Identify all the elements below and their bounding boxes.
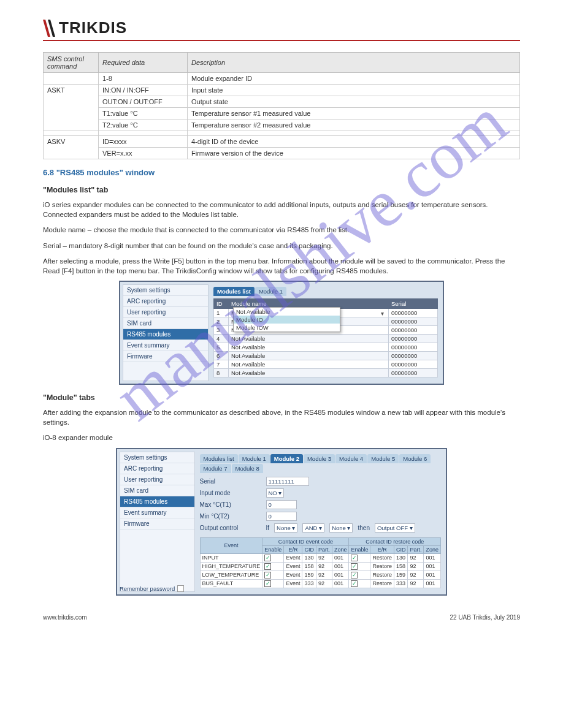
checkbox-icon[interactable]: ✓ <box>351 563 358 570</box>
brand-logo: TRIKDIS <box>43 18 520 37</box>
sidebar-item-event[interactable]: Event summary <box>120 507 194 518</box>
tab-modules-list-2[interactable]: Modules list <box>200 454 238 463</box>
checkbox-icon[interactable]: ✓ <box>264 580 271 587</box>
checkbox-icon[interactable]: ✓ <box>351 555 358 561</box>
serial-input[interactable]: 11111111 <box>266 477 309 486</box>
sidebar-item-user[interactable]: User reporting <box>123 307 208 318</box>
p1: iO series expander modules can be connec… <box>43 200 520 219</box>
sidebar-item-sim[interactable]: SIM card <box>120 485 194 496</box>
action-select[interactable]: Output OFF ▾ <box>375 523 415 533</box>
event-table: Event Contact ID event code Contact ID r… <box>200 537 442 588</box>
subsection-module-tabs: "Module" tabs <box>43 393 520 402</box>
col-header-data: Required data <box>99 53 188 73</box>
tab-module1-2[interactable]: Module 1 <box>239 454 270 463</box>
sidebar-item-user[interactable]: User reporting <box>120 474 194 485</box>
logo-icon <box>43 20 56 37</box>
p5: After adding the expansion module to the… <box>43 408 520 427</box>
p3: Serial – mandatory 8-digit number that c… <box>43 241 520 251</box>
op-select[interactable]: AND ▾ <box>302 523 324 533</box>
chevron-down-icon: ▾ <box>381 310 387 316</box>
sidebar: System settings ARC reporting User repor… <box>123 284 209 381</box>
module-dropdown[interactable]: Not Available Module IO Module IOW <box>233 307 340 332</box>
sidebar2: System settings ARC reporting User repor… <box>120 452 195 592</box>
brand-name: TRIKDIS <box>59 18 127 37</box>
cond2-select[interactable]: None ▾ <box>329 523 353 533</box>
sidebar-item-sim[interactable]: SIM card <box>123 318 208 329</box>
tab-module8-2[interactable]: Module 8 <box>232 464 263 473</box>
sidebar-item-firmware[interactable]: Firmware <box>120 518 194 529</box>
cond1-select[interactable]: None ▾ <box>274 523 297 533</box>
sms-table: SMS control command Required data Descri… <box>43 52 520 159</box>
section-heading-rs485: 6.8 "RS485 modules" window <box>43 168 520 177</box>
checkbox-icon[interactable]: ✓ <box>264 563 271 570</box>
checkbox-icon[interactable]: ✓ <box>264 555 271 561</box>
header-divider <box>43 40 520 41</box>
pane: Modules list Module 1 ID Module name Ser… <box>209 284 440 381</box>
tab-module6-2[interactable]: Module 6 <box>399 454 431 463</box>
sidebar-item-arc[interactable]: ARC reporting <box>120 463 194 474</box>
sidebar-item-system[interactable]: System settings <box>120 452 194 463</box>
sidebar-item-arc[interactable]: ARC reporting <box>123 296 208 307</box>
pane2: Modules list Module 1 Module 2 Module 3 … <box>195 452 444 592</box>
footer-right: 22 UAB Trikdis, July 2019 <box>450 614 521 621</box>
tab-module3-2[interactable]: Module 3 <box>304 454 335 463</box>
input-mode-select[interactable]: NO ▾ <box>266 488 285 498</box>
sidebar-item-firmware[interactable]: Firmware <box>123 351 208 362</box>
sidebar-item-event[interactable]: Event summary <box>123 340 208 351</box>
tab-module5-2[interactable]: Module 5 <box>367 454 399 463</box>
p6: iO-8 expander module <box>43 433 520 443</box>
p4: After selecting a module, press the Writ… <box>43 257 520 276</box>
th-id: ID <box>214 299 229 309</box>
tab-module4-2[interactable]: Module 4 <box>335 454 367 463</box>
remember-password[interactable]: Remember password <box>120 585 184 592</box>
col-header-command: SMS control command <box>44 53 99 73</box>
checkbox-icon[interactable]: ✓ <box>264 572 271 578</box>
checkbox-icon[interactable]: ✓ <box>351 572 358 578</box>
footer: www.trikdis.com 22 UAB Trikdis, July 201… <box>43 614 520 621</box>
checkbox-icon[interactable]: ✓ <box>351 580 358 587</box>
tab-module2-2[interactable]: Module 2 <box>270 454 303 463</box>
tab-module1[interactable]: Module 1 <box>255 287 286 296</box>
tab-module7-2[interactable]: Module 7 <box>200 464 231 473</box>
sidebar-item-system[interactable]: System settings <box>123 285 208 296</box>
tab-modules-list[interactable]: Modules list <box>213 287 255 296</box>
th-serial: Serial <box>389 299 438 309</box>
sidebar-item-rs485[interactable]: RS485 modules <box>120 496 194 507</box>
checkbox-icon[interactable] <box>177 585 184 592</box>
dropdown-item-io[interactable]: Module IO <box>234 316 340 324</box>
dropdown-item-na[interactable]: Not Available <box>234 308 340 316</box>
max-input[interactable]: 0 <box>266 500 297 509</box>
sidebar-item-rs485[interactable]: RS485 modules <box>123 329 208 340</box>
dropdown-item-iow[interactable]: Module IOW <box>234 324 340 332</box>
min-input[interactable]: 0 <box>266 512 297 521</box>
footer-left: www.trikdis.com <box>43 614 87 621</box>
col-header-description: Description <box>188 53 520 73</box>
screenshot-module2: System settings ARC reporting User repor… <box>116 448 447 596</box>
p2: Module name – choose the module that is … <box>43 226 520 235</box>
screenshot-modules-list: System settings ARC reporting User repor… <box>119 281 444 385</box>
subsection-modules-list: "Modules list" tab <box>43 186 520 194</box>
